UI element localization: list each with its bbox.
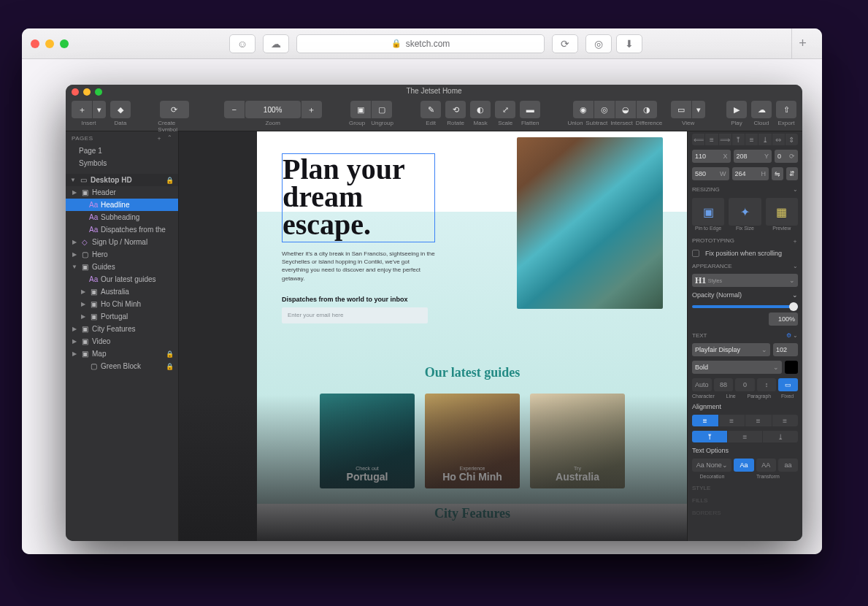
safari-close-button[interactable] [31, 39, 39, 48]
font-weight-field[interactable]: Bold⌄ [692, 361, 782, 374]
email-input[interactable]: Enter your email here [282, 307, 428, 323]
view-dropdown[interactable]: ▾ [692, 101, 705, 118]
align-center-h-button[interactable]: ≡ [705, 134, 718, 145]
fix-size-control[interactable]: ✦ [729, 198, 761, 226]
text-valign-middle[interactable]: ≡ [728, 431, 763, 442]
page-item[interactable]: Page 1 [66, 145, 178, 157]
sketch-close-button[interactable] [72, 88, 79, 96]
y-field[interactable]: 208Y [734, 150, 772, 163]
preview-control[interactable]: ▦ [766, 198, 798, 226]
h-field[interactable]: 264H [732, 167, 769, 180]
play-button[interactable]: ▶ [726, 101, 747, 118]
disclosure-icon[interactable]: ▶ [72, 239, 77, 245]
address-bar[interactable]: 🔒 sketch.com [296, 34, 545, 53]
edit-button[interactable]: ✎ [420, 101, 441, 118]
scale-button[interactable]: ⤢ [495, 101, 515, 118]
x-field[interactable]: 110X [692, 150, 731, 163]
collapse-pages-button[interactable]: ⌃ [167, 134, 173, 142]
safari-zoom-button[interactable] [60, 39, 69, 48]
pin-to-edge-control[interactable]: ▣ [692, 198, 724, 226]
layer-row[interactable]: ▶▣Video [66, 335, 178, 348]
create-symbol-button[interactable]: ⟳ [160, 101, 189, 118]
flatten-button[interactable]: ▬ [520, 101, 540, 118]
guide-card-australia[interactable]: TryAustralia [530, 394, 625, 488]
text-style-selector[interactable]: H1 Styles⌄ [692, 274, 798, 287]
artboard-desktop-hd[interactable]: Plan your dream escape. Whether it's a c… [257, 131, 687, 541]
disclosure-icon[interactable]: ▶ [80, 288, 86, 295]
transform-lower[interactable]: aa [778, 459, 798, 472]
disclosure-icon[interactable]: ▶ [72, 350, 77, 357]
text-color-swatch[interactable] [785, 361, 798, 374]
disclosure-icon[interactable]: ▶ [72, 251, 77, 258]
difference-button[interactable]: ◑ [637, 101, 657, 118]
layer-row[interactable]: AaHeadline [66, 199, 178, 211]
chevron-down-icon[interactable]: ⌄ [793, 263, 798, 269]
guide-card-hochiminh[interactable]: ExperienceHo Chi Minh [425, 394, 520, 488]
insert-dropdown[interactable]: ▾ [93, 101, 106, 118]
page-item[interactable]: Symbols [66, 157, 178, 169]
text-align-right[interactable]: ≡ [745, 415, 772, 426]
artboard-row[interactable]: ▼ ▭ Desktop HD 🔒 [66, 174, 178, 186]
mask-button[interactable]: ◐ [470, 101, 491, 118]
disclosure-icon[interactable]: ▶ [72, 189, 77, 196]
layer-row[interactable]: ▶▢Hero [66, 248, 178, 261]
distribute-v-button[interactable]: ⇕ [786, 134, 798, 145]
layer-row[interactable]: ▶▣Header [66, 186, 178, 199]
opacity-menu[interactable]: ⌄ [792, 291, 798, 299]
rotate-button[interactable]: ⟲ [445, 101, 466, 118]
layer-row[interactable]: ▶▣Australia [66, 285, 178, 298]
text-settings-button[interactable]: ⚙ [786, 332, 791, 339]
opacity-value[interactable]: 100% [778, 315, 795, 323]
cloud-button[interactable]: ☁ [751, 101, 772, 118]
export-button[interactable]: ⇧ [776, 101, 796, 118]
reload-button[interactable]: ⟳ [552, 34, 578, 53]
align-right-button[interactable]: ⟹ [719, 134, 731, 145]
sketch-minimize-button[interactable] [83, 88, 91, 96]
layer-row[interactable]: AaOur latest guides [66, 273, 178, 285]
line-height-field[interactable]: 88 [714, 378, 734, 391]
font-size-field[interactable]: 102 [773, 343, 798, 356]
layer-row[interactable]: AaSubheading [66, 211, 178, 223]
new-tab-button[interactable]: + [791, 28, 813, 59]
align-left-button[interactable]: ⟸ [692, 134, 704, 145]
text-valign-top[interactable]: ⤒ [692, 431, 727, 442]
downloads-button[interactable]: ⬇ [616, 34, 642, 53]
rotation-field[interactable]: 0⟳ [775, 150, 798, 163]
disclosure-icon[interactable]: ▼ [72, 264, 77, 270]
transform-none[interactable]: Aa [734, 459, 753, 472]
layer-row[interactable]: ▶◇Sign Up / Normal [66, 236, 178, 248]
union-button[interactable]: ◉ [573, 101, 594, 118]
flip-h-button[interactable]: ⇋ [772, 167, 783, 180]
text-valign-bottom[interactable]: ⤓ [763, 431, 798, 442]
insert-button[interactable]: ＋ [72, 101, 92, 118]
ungroup-button[interactable]: ▢ [372, 101, 392, 118]
chevron-down-icon[interactable]: ⌄ [793, 186, 798, 193]
icloud-tabs-button[interactable]: ☁ [263, 34, 289, 53]
safari-minimize-button[interactable] [45, 39, 54, 48]
group-button[interactable]: ▣ [350, 101, 371, 118]
data-button[interactable]: ◆ [110, 101, 131, 118]
canvas[interactable]: Plan your dream escape. Whether it's a c… [179, 131, 687, 541]
sketch-zoom-button[interactable] [95, 88, 102, 96]
align-bottom-button[interactable]: ⤓ [758, 134, 771, 145]
layer-row[interactable]: ▼▣Guides [66, 261, 178, 273]
zoom-in-button[interactable]: ＋ [302, 101, 322, 118]
layer-row[interactable]: ▶▣Map🔒 [66, 348, 178, 360]
w-field[interactable]: 580W [692, 167, 729, 180]
text-sizing-auto[interactable]: ↕ [757, 378, 777, 391]
paragraph-spacing-field[interactable]: 0 [735, 378, 755, 391]
privacy-report-button[interactable]: ☺ [229, 34, 256, 53]
disclosure-icon[interactable]: ▼ [70, 177, 76, 183]
subtract-button[interactable]: ◎ [594, 101, 615, 118]
chevron-down-icon[interactable]: ⌄ [793, 332, 798, 339]
layer-row[interactable]: ▶▣City Features [66, 323, 178, 335]
distribute-h-button[interactable]: ⇔ [772, 134, 785, 145]
align-middle-button[interactable]: ≡ [745, 134, 758, 145]
opacity-slider[interactable] [692, 305, 798, 308]
hero-image[interactable] [517, 137, 663, 309]
zoom-out-button[interactable]: − [224, 101, 245, 118]
text-sizing-fixed[interactable]: ▭ [778, 378, 798, 391]
disclosure-icon[interactable]: ▶ [72, 326, 77, 332]
disclosure-icon[interactable]: ▶ [80, 313, 86, 320]
align-top-button[interactable]: ⤒ [732, 134, 745, 145]
